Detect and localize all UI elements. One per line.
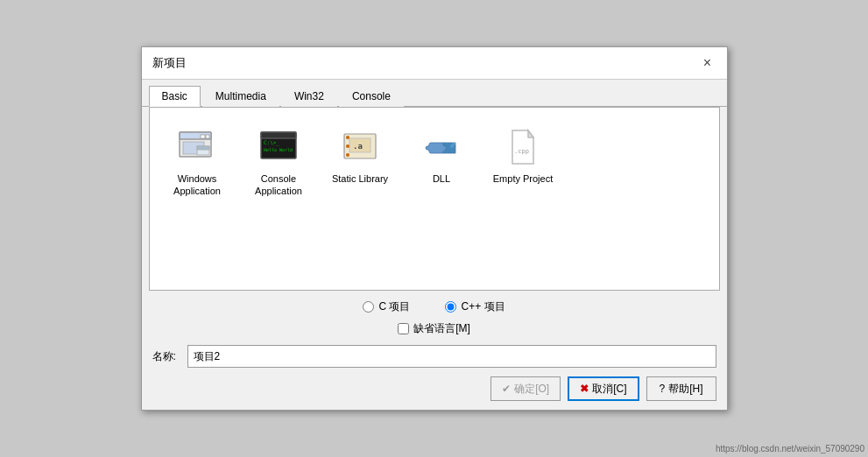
tab-basic[interactable]: Basic bbox=[149, 86, 201, 107]
cancel-button[interactable]: ✖ 取消[C] bbox=[568, 376, 639, 401]
svg-text:Hello World: Hello World bbox=[264, 147, 293, 152]
dll-label: DLL bbox=[433, 172, 450, 185]
close-button[interactable]: × bbox=[699, 54, 716, 72]
bottom-section: C 项目 C++ 项目 缺省语言[M] 名称: ✔ 确定[O] ✖ 取 bbox=[142, 291, 727, 410]
svg-text:C:\>_: C:\>_ bbox=[264, 139, 279, 146]
cancel-label: 取消[C] bbox=[592, 382, 626, 397]
console-app-icon: C:\>_ Hello World bbox=[258, 125, 300, 167]
project-item-windows-app[interactable]: Windows Application bbox=[160, 118, 235, 205]
tab-console[interactable]: Console bbox=[339, 86, 404, 107]
name-row: 名称: bbox=[152, 345, 716, 368]
c-project-option[interactable]: C 项目 bbox=[363, 299, 410, 314]
c-project-radio[interactable] bbox=[363, 301, 374, 313]
name-label: 名称: bbox=[152, 349, 179, 364]
help-button[interactable]: ? 帮助[H] bbox=[646, 376, 716, 401]
ok-label: 确定[O] bbox=[514, 382, 549, 397]
help-icon: ? bbox=[659, 383, 665, 395]
static-lib-label: Static Library bbox=[332, 172, 388, 185]
static-lib-icon: .a bbox=[339, 125, 381, 167]
project-item-console-app[interactable]: C:\>_ Hello World Console Application bbox=[242, 118, 316, 205]
new-project-dialog: 新项目 × Basic Multimedia Win32 Console bbox=[141, 46, 728, 411]
default-lang-checkbox[interactable] bbox=[398, 323, 409, 334]
svg-rect-2 bbox=[201, 135, 205, 138]
project-item-static-lib[interactable]: .a Static Library bbox=[323, 118, 398, 192]
svg-point-14 bbox=[346, 136, 349, 139]
dll-icon bbox=[420, 125, 462, 167]
radio-row: C 项目 C++ 项目 bbox=[152, 299, 716, 314]
svg-text:.cpp: .cpp bbox=[514, 148, 529, 155]
svg-point-15 bbox=[346, 144, 349, 148]
console-app-label: Console Application bbox=[249, 172, 309, 198]
cpp-project-option[interactable]: C++ 项目 bbox=[445, 299, 505, 314]
button-row: ✔ 确定[O] ✖ 取消[C] ? 帮助[H] bbox=[152, 376, 716, 401]
tab-multimedia[interactable]: Multimedia bbox=[202, 86, 279, 107]
checkbox-row: 缺省语言[M] bbox=[152, 321, 716, 336]
svg-text:.a: .a bbox=[353, 142, 363, 151]
default-lang-label: 缺省语言[M] bbox=[413, 321, 470, 336]
empty-proj-label: Empty Project bbox=[493, 172, 553, 185]
project-item-empty-proj[interactable]: .cpp Empty Project bbox=[486, 118, 561, 192]
ok-button[interactable]: ✔ 确定[O] bbox=[490, 376, 561, 401]
empty-proj-icon: .cpp bbox=[502, 125, 544, 167]
svg-rect-6 bbox=[197, 146, 209, 150]
cpp-project-radio[interactable] bbox=[445, 301, 456, 313]
tab-bar: Basic Multimedia Win32 Console bbox=[142, 80, 727, 107]
windows-app-icon bbox=[176, 125, 218, 167]
svg-rect-3 bbox=[206, 135, 209, 138]
svg-point-16 bbox=[346, 153, 349, 157]
cancel-icon: ✖ bbox=[580, 383, 589, 395]
tab-win32[interactable]: Win32 bbox=[281, 86, 337, 107]
watermark: https://blog.csdn.net/weixin_57090290 bbox=[716, 444, 864, 453]
project-name-input[interactable] bbox=[187, 345, 716, 368]
windows-app-label: Windows Application bbox=[167, 172, 228, 198]
project-type-area: Windows Application C:\>_ Hello World Co… bbox=[149, 107, 720, 291]
title-bar: 新项目 × bbox=[142, 47, 727, 80]
ok-icon: ✔ bbox=[502, 383, 511, 395]
dialog-title: 新项目 bbox=[152, 55, 187, 71]
help-label: 帮助[H] bbox=[668, 382, 702, 397]
project-item-dll[interactable]: DLL bbox=[405, 118, 479, 192]
svg-rect-8 bbox=[261, 132, 296, 138]
cpp-project-label: C++ 项目 bbox=[461, 299, 505, 314]
c-project-label: C 项目 bbox=[378, 299, 410, 314]
